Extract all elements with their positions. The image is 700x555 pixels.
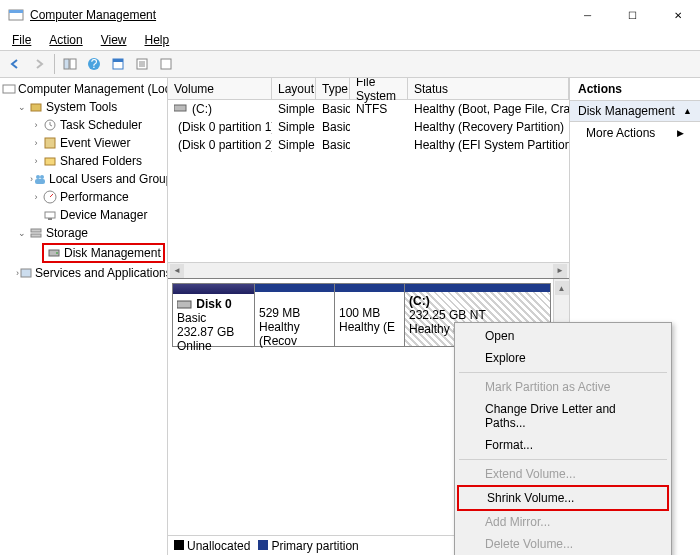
col-status[interactable]: Status (408, 78, 569, 99)
chevron-right-icon[interactable]: › (30, 192, 42, 202)
tree-performance[interactable]: › Performance (2, 188, 165, 206)
menu-action[interactable]: Action (41, 31, 90, 49)
svg-rect-13 (45, 138, 55, 148)
svg-text:?: ? (91, 57, 98, 71)
show-hide-tree-button[interactable] (59, 53, 81, 75)
col-filesystem[interactable]: File System (350, 78, 408, 99)
volume-list-header: Volume Layout Type File System Status (168, 78, 569, 100)
svg-rect-25 (21, 269, 31, 277)
col-type[interactable]: Type (316, 78, 350, 99)
actions-more[interactable]: More Actions ▶ (570, 122, 700, 144)
partition-efi[interactable]: 100 MB Healthy (E (335, 284, 405, 346)
chevron-right-icon[interactable]: › (30, 138, 42, 148)
ctx-change-drive-letter[interactable]: Change Drive Letter and Paths... (457, 398, 669, 434)
settings-button[interactable] (131, 53, 153, 75)
svg-rect-9 (161, 59, 171, 69)
ctx-open[interactable]: Open (457, 325, 669, 347)
ctx-delete-volume: Delete Volume... (457, 533, 669, 555)
volume-row[interactable]: (Disk 0 partition 1) Simple Basic Health… (168, 118, 569, 136)
chevron-down-icon[interactable]: ⌄ (16, 228, 28, 238)
scroll-left-icon[interactable]: ◄ (170, 264, 184, 278)
close-button[interactable]: ✕ (655, 0, 700, 30)
volume-row[interactable]: (C:) Simple Basic NTFS Healthy (Boot, Pa… (168, 100, 569, 118)
horizontal-scrollbar[interactable]: ◄ ► (168, 262, 569, 278)
tree-device-manager[interactable]: Device Manager (2, 206, 165, 224)
tree-root[interactable]: Computer Management (Local (2, 80, 165, 98)
collapse-up-icon[interactable]: ▲ (683, 106, 692, 116)
partition-recovery[interactable]: 529 MB Healthy (Recov (255, 284, 335, 346)
menubar: File Action View Help (0, 30, 700, 50)
svg-rect-20 (48, 218, 52, 220)
svg-rect-22 (31, 234, 41, 237)
actions-section-disk-management[interactable]: Disk Management ▲ (570, 101, 700, 122)
volume-row[interactable]: (Disk 0 partition 2) Simple Basic Health… (168, 136, 569, 154)
scroll-up-icon[interactable]: ▲ (555, 281, 569, 295)
svg-rect-2 (64, 59, 69, 69)
svg-rect-21 (31, 229, 41, 232)
tree-storage[interactable]: ⌄ Storage (2, 224, 165, 242)
view-list-button[interactable] (155, 53, 177, 75)
help-button[interactable]: ? (83, 53, 105, 75)
svg-rect-1 (9, 10, 23, 13)
svg-point-24 (56, 252, 58, 254)
svg-rect-17 (35, 179, 45, 184)
tree-shared-folders[interactable]: › Shared Folders (2, 152, 165, 170)
tree-local-users[interactable]: › Local Users and Groups (2, 170, 165, 188)
svg-point-15 (36, 175, 40, 179)
ctx-extend-volume: Extend Volume... (457, 463, 669, 485)
chevron-right-icon[interactable]: › (30, 156, 42, 166)
app-icon (8, 7, 24, 23)
svg-rect-11 (31, 104, 41, 111)
actions-header: Actions (570, 78, 700, 101)
back-button[interactable] (4, 53, 26, 75)
minimize-button[interactable]: ─ (565, 0, 610, 30)
tree-root-label: Computer Management (Local (18, 82, 168, 96)
svg-point-16 (40, 175, 44, 179)
svg-rect-29 (177, 301, 191, 308)
chevron-down-icon[interactable]: ⌄ (16, 102, 28, 112)
context-menu: Open Explore Mark Partition as Active Ch… (454, 322, 672, 555)
forward-button[interactable] (28, 53, 50, 75)
nav-tree[interactable]: Computer Management (Local ⌄ System Tool… (0, 78, 168, 555)
tree-services-apps[interactable]: › Services and Applications (2, 264, 165, 282)
tree-event-viewer[interactable]: › Event Viewer (2, 134, 165, 152)
window-title: Computer Management (30, 8, 565, 22)
chevron-right-icon: ▶ (677, 128, 684, 138)
ctx-shrink-volume[interactable]: Shrink Volume... (457, 485, 669, 511)
ctx-add-mirror: Add Mirror... (457, 511, 669, 533)
volume-list[interactable]: Volume Layout Type File System Status (C… (168, 78, 569, 278)
tree-task-scheduler[interactable]: › Task Scheduler (2, 116, 165, 134)
ctx-mark-active: Mark Partition as Active (457, 376, 669, 398)
toolbar: ? (0, 50, 700, 78)
svg-rect-7 (113, 59, 123, 62)
ctx-explore[interactable]: Explore (457, 347, 669, 369)
titlebar: Computer Management ─ ☐ ✕ (0, 0, 700, 30)
col-volume[interactable]: Volume (168, 78, 272, 99)
chevron-right-icon[interactable]: › (30, 120, 42, 130)
menu-view[interactable]: View (93, 31, 135, 49)
maximize-button[interactable]: ☐ (610, 0, 655, 30)
disk-label[interactable]: Disk 0 Basic 232.87 GB Online (173, 284, 255, 346)
svg-rect-3 (70, 59, 76, 69)
svg-rect-14 (45, 158, 55, 165)
tree-system-tools[interactable]: ⌄ System Tools (2, 98, 165, 116)
refresh-button[interactable] (107, 53, 129, 75)
menu-file[interactable]: File (4, 31, 39, 49)
col-layout[interactable]: Layout (272, 78, 316, 99)
svg-rect-10 (3, 85, 15, 93)
ctx-format[interactable]: Format... (457, 434, 669, 456)
menu-help[interactable]: Help (137, 31, 178, 49)
svg-rect-26 (174, 105, 186, 111)
scroll-right-icon[interactable]: ► (553, 264, 567, 278)
tree-disk-management[interactable]: Disk Management (2, 242, 165, 264)
svg-rect-19 (45, 212, 55, 218)
